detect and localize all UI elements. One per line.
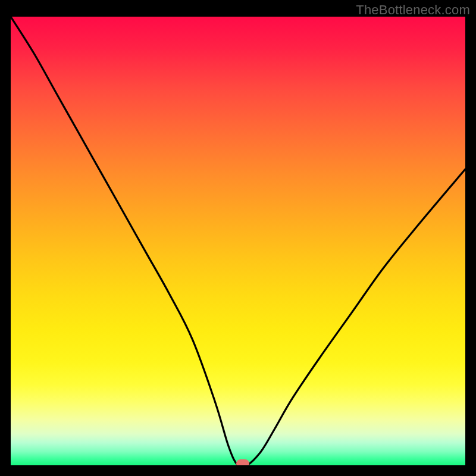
optimal-point-marker bbox=[236, 459, 249, 465]
watermark-text: TheBottleneck.com bbox=[356, 2, 470, 18]
bottleneck-curve bbox=[11, 17, 465, 465]
chart-container: TheBottleneck.com bbox=[0, 0, 476, 476]
plot-area bbox=[11, 17, 465, 465]
curve-svg bbox=[11, 17, 465, 465]
